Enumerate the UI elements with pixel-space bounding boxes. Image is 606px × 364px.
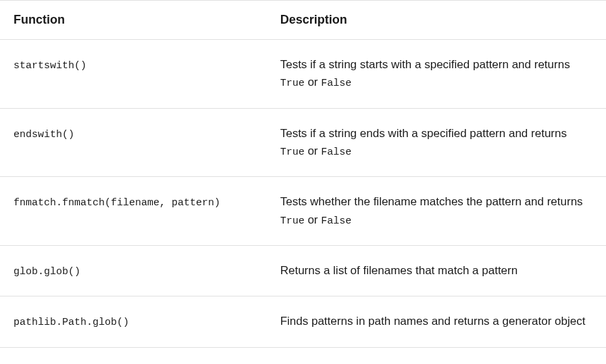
header-function: Function [0,1,267,40]
desc-text: or [305,76,322,88]
inline-code: True [280,147,305,158]
function-description-cell: Tests whether the filename matches the p… [267,177,606,246]
function-name-cell: glob.glob() [0,246,267,296]
function-description-cell: Tests if a string starts with a specifie… [267,40,606,109]
function-code: glob.glob() [14,266,80,278]
table-header-row: Function Description [0,1,606,40]
inline-code: False [321,78,351,89]
function-description-cell: Tests if a string ends with a specified … [267,108,606,177]
table-row: fnmatch.fnmatch(filename, pattern) Tests… [0,177,606,246]
inline-code: True [280,78,305,89]
desc-text: Returns a list of filenames that match a… [280,264,518,277]
table-row: startswith() Tests if a string starts wi… [0,40,606,109]
desc-text: Finds patterns in path names and returns… [280,315,586,328]
table-row: pathlib.Path.glob() Finds patterns in pa… [0,296,606,347]
table-row: endswith() Tests if a string ends with a… [0,108,606,177]
desc-text: Tests whether the filename matches the p… [280,195,583,208]
function-description-cell: Returns a list of filenames that match a… [267,246,606,296]
function-code: fnmatch.fnmatch(filename, pattern) [14,197,220,209]
function-reference-table: Function Description startswith() Tests … [0,0,606,348]
function-name-cell: endswith() [0,108,267,177]
function-code: pathlib.Path.glob() [14,317,129,328]
function-name-cell: fnmatch.fnmatch(filename, pattern) [0,177,267,246]
inline-code: False [321,215,351,227]
desc-text: or [305,213,322,226]
function-code: startswith() [14,60,86,72]
table-row: glob.glob() Returns a list of filenames … [0,246,606,296]
function-description-cell: Finds patterns in path names and returns… [267,296,606,347]
function-name-cell: startswith() [0,40,267,109]
desc-text: Tests if a string ends with a specified … [280,127,567,140]
function-code: endswith() [14,129,74,140]
function-name-cell: pathlib.Path.glob() [0,296,267,347]
header-description: Description [267,1,606,40]
desc-text: Tests if a string starts with a specifie… [280,58,570,71]
inline-code: True [280,215,305,227]
inline-code: False [321,147,351,158]
desc-text: or [305,145,322,157]
